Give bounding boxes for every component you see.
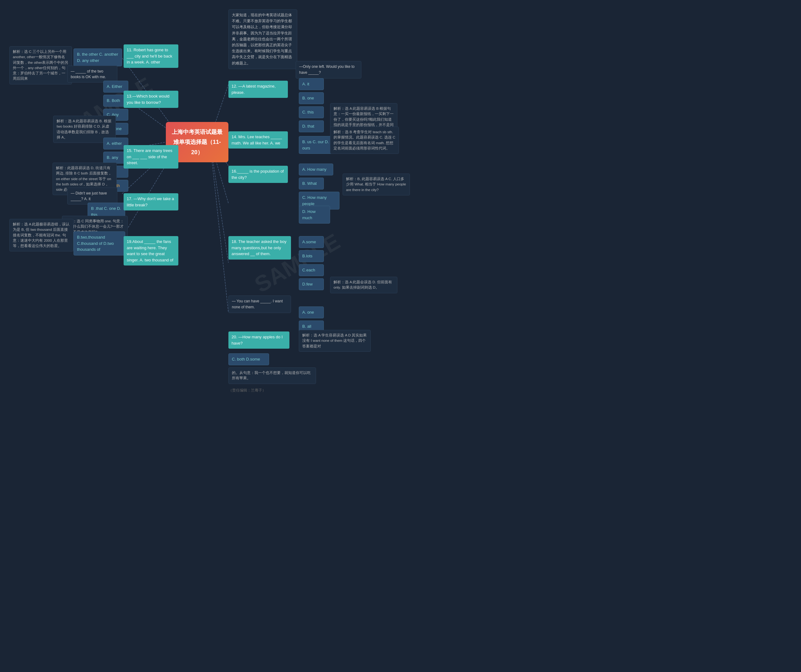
q16-question: 16._____ is the population of the city? [228, 166, 288, 183]
q20-explanation: 解析：选 A 学生容易误选 A D 其实如果没有 I want none of … [299, 330, 371, 352]
q18-opt-a: A.some [299, 236, 324, 248]
q14-explanation: 解析：选 B 考查学生对 teach sb sth. 的掌握情况。此题容易误选 … [330, 127, 399, 154]
q18-explanation: 解析：选 A 此题会误选 D. 但前面有 only. 如果去掉副词则选 D。 [330, 277, 397, 293]
q20-opt-c: C. both D.some [228, 353, 269, 365]
you-can-have: — You can have _____. I want none of the… [228, 295, 291, 313]
q12-question: 12. —A latest magazine, please. [228, 81, 288, 98]
q12-opt-a: A. it [299, 78, 324, 90]
q15-question: 15. There are many trees on ___ ___ side… [124, 145, 179, 168]
q17-question: 17. —Why don't we take a little break? [124, 193, 179, 210]
q19-question: 19.About _____ the fans are waiting here… [124, 236, 179, 266]
q16-explanation: 解析：B, 此题容易误选 A C. 人口多少用 What. 相当于 How ma… [343, 173, 410, 196]
q18-opt-b: B.lots [299, 250, 324, 262]
q17-sub: — Didn't we just have _____? A. it [67, 188, 117, 205]
q16-opt-d: D. How much [299, 206, 330, 224]
q13-question: 13.—Which book would you like to borrow? [124, 91, 179, 108]
q20-question: 20. —How many apples do I have? [228, 332, 290, 349]
q19-answer: B.two,thousand C.thousand of D.two thous… [74, 231, 125, 255]
only-one-left: —Only one left. Would you like to have _… [296, 61, 361, 79]
svg-line-10 [210, 139, 228, 313]
q19r-opt-a: A. one [299, 306, 324, 318]
q18-opt-d: D.few [299, 278, 324, 290]
q12-opt-c: C. this [299, 106, 324, 118]
q19-explanation: 解析：选 A 此题极容易选错，误认为是 B, 但 two thousand 后面… [10, 219, 74, 252]
q16-opt-b: B. What [299, 178, 324, 189]
q14-question: 14. Mrs. Lee teaches _____ math. We all … [228, 132, 288, 149]
q18-opt-c: C.each [299, 264, 324, 276]
q12-opt-b: B. one [299, 92, 324, 104]
q11-explanation: 解析：选 C 三个以上另外一个用 another, other一般情况下修饰名词… [10, 46, 72, 85]
q11-answer: B. the other C. another D. any other [74, 48, 122, 66]
q11-question: 11. Robert has gone to ___ city and he'l… [124, 44, 179, 68]
q20-explanation2: 的。从句意：我一个也不想要，就知道你可以吃所有苹果。 [228, 367, 316, 384]
q16-opt-a: A. How many [299, 164, 333, 175]
q12-opt-d: D. that [299, 120, 324, 132]
footer: （责任编辑：兰骞子） [228, 388, 266, 393]
q18-question: 18. The teacher asked the boy many quest… [228, 236, 291, 260]
intro-box: 大家知道，现在的中考英语试题总体不难。只要不放弃英语学习的学生都可以考及格以上，… [228, 10, 297, 69]
q13-sub: — _____ of the two books is OK with me. [67, 66, 117, 83]
